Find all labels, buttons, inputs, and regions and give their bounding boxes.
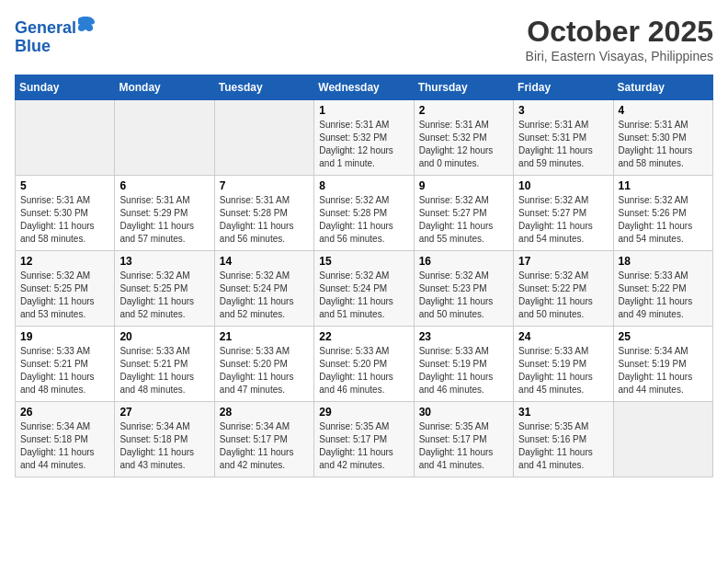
day-info: Sunrise: 5:31 AM Sunset: 5:31 PM Dayligh… <box>518 119 608 170</box>
day-info: Sunrise: 5:34 AM Sunset: 5:18 PM Dayligh… <box>20 420 109 472</box>
calendar-cell: 26Sunrise: 5:34 AM Sunset: 5:18 PM Dayli… <box>16 402 115 477</box>
day-info: Sunrise: 5:31 AM Sunset: 5:32 PM Dayligh… <box>419 119 508 170</box>
calendar-cell: 22Sunrise: 5:33 AM Sunset: 5:20 PM Dayli… <box>314 327 414 402</box>
day-number: 5 <box>20 179 109 192</box>
day-number: 30 <box>419 406 508 419</box>
logo-bird-icon <box>78 15 97 33</box>
day-number: 20 <box>119 330 209 343</box>
title-block: October 2025 Biri, Eastern Visayas, Phil… <box>526 15 713 63</box>
day-number: 14 <box>220 255 309 268</box>
calendar-cell: 15Sunrise: 5:32 AM Sunset: 5:24 PM Dayli… <box>314 251 414 327</box>
calendar-cell: 12Sunrise: 5:32 AM Sunset: 5:25 PM Dayli… <box>16 251 115 327</box>
calendar-cell: 30Sunrise: 5:35 AM Sunset: 5:17 PM Dayli… <box>414 402 513 477</box>
day-number: 19 <box>20 330 109 343</box>
weekday-header-monday: Monday <box>115 75 214 100</box>
logo: General Blue <box>15 15 97 56</box>
calendar-cell: 23Sunrise: 5:33 AM Sunset: 5:19 PM Dayli… <box>414 327 513 402</box>
calendar-cell <box>214 100 313 176</box>
day-number: 28 <box>220 406 309 419</box>
calendar-cell <box>613 402 712 477</box>
calendar-cell: 3Sunrise: 5:31 AM Sunset: 5:31 PM Daylig… <box>514 100 613 176</box>
calendar-row-0: 1Sunrise: 5:31 AM Sunset: 5:32 PM Daylig… <box>16 100 713 176</box>
day-info: Sunrise: 5:33 AM Sunset: 5:20 PM Dayligh… <box>319 345 408 396</box>
calendar-cell <box>115 100 214 176</box>
location: Biri, Eastern Visayas, Philippines <box>526 49 713 63</box>
day-number: 27 <box>119 406 209 419</box>
day-number: 7 <box>220 179 309 192</box>
weekday-header-sunday: Sunday <box>16 75 115 100</box>
day-number: 8 <box>319 179 408 192</box>
calendar-cell: 29Sunrise: 5:35 AM Sunset: 5:17 PM Dayli… <box>314 402 414 477</box>
day-info: Sunrise: 5:33 AM Sunset: 5:20 PM Dayligh… <box>220 345 309 396</box>
day-number: 17 <box>518 255 608 268</box>
calendar-cell: 13Sunrise: 5:32 AM Sunset: 5:25 PM Dayli… <box>115 251 214 327</box>
day-number: 25 <box>619 330 708 343</box>
day-info: Sunrise: 5:33 AM Sunset: 5:19 PM Dayligh… <box>419 345 508 396</box>
day-info: Sunrise: 5:32 AM Sunset: 5:23 PM Dayligh… <box>419 270 508 321</box>
calendar-row-2: 12Sunrise: 5:32 AM Sunset: 5:25 PM Dayli… <box>16 251 713 327</box>
day-info: Sunrise: 5:31 AM Sunset: 5:29 PM Dayligh… <box>119 194 209 246</box>
day-info: Sunrise: 5:31 AM Sunset: 5:28 PM Dayligh… <box>220 194 309 246</box>
day-number: 2 <box>419 104 508 117</box>
logo-line2: Blue <box>15 38 97 56</box>
day-info: Sunrise: 5:33 AM Sunset: 5:22 PM Dayligh… <box>619 270 708 321</box>
calendar-cell <box>16 100 115 176</box>
day-number: 24 <box>518 330 608 343</box>
day-number: 1 <box>319 104 408 117</box>
day-info: Sunrise: 5:32 AM Sunset: 5:27 PM Dayligh… <box>419 194 508 246</box>
day-info: Sunrise: 5:34 AM Sunset: 5:17 PM Dayligh… <box>220 420 309 472</box>
calendar-cell: 5Sunrise: 5:31 AM Sunset: 5:30 PM Daylig… <box>16 176 115 251</box>
day-number: 22 <box>319 330 408 343</box>
day-info: Sunrise: 5:32 AM Sunset: 5:22 PM Dayligh… <box>518 270 608 321</box>
day-number: 23 <box>419 330 508 343</box>
day-info: Sunrise: 5:35 AM Sunset: 5:17 PM Dayligh… <box>319 420 408 472</box>
weekday-header-friday: Friday <box>514 75 613 100</box>
weekday-header-tuesday: Tuesday <box>214 75 313 100</box>
calendar-cell: 1Sunrise: 5:31 AM Sunset: 5:32 PM Daylig… <box>314 100 414 176</box>
day-info: Sunrise: 5:35 AM Sunset: 5:17 PM Dayligh… <box>419 420 508 472</box>
calendar-cell: 28Sunrise: 5:34 AM Sunset: 5:17 PM Dayli… <box>214 402 313 477</box>
day-number: 13 <box>119 255 209 268</box>
day-info: Sunrise: 5:31 AM Sunset: 5:30 PM Dayligh… <box>20 194 109 246</box>
day-number: 26 <box>20 406 109 419</box>
calendar-cell: 14Sunrise: 5:32 AM Sunset: 5:24 PM Dayli… <box>214 251 313 327</box>
day-number: 15 <box>319 255 408 268</box>
calendar-cell: 4Sunrise: 5:31 AM Sunset: 5:30 PM Daylig… <box>613 100 712 176</box>
logo-text: General <box>15 15 97 38</box>
calendar-row-4: 26Sunrise: 5:34 AM Sunset: 5:18 PM Dayli… <box>16 402 713 477</box>
weekday-header-wednesday: Wednesday <box>314 75 414 100</box>
day-info: Sunrise: 5:32 AM Sunset: 5:25 PM Dayligh… <box>20 270 109 321</box>
day-info: Sunrise: 5:31 AM Sunset: 5:32 PM Dayligh… <box>319 119 408 170</box>
day-number: 31 <box>518 406 608 419</box>
calendar-cell: 31Sunrise: 5:35 AM Sunset: 5:16 PM Dayli… <box>514 402 613 477</box>
calendar-row-1: 5Sunrise: 5:31 AM Sunset: 5:30 PM Daylig… <box>16 176 713 251</box>
weekday-header-row: SundayMondayTuesdayWednesdayThursdayFrid… <box>16 75 713 100</box>
logo-line1: General <box>15 18 76 37</box>
weekday-header-thursday: Thursday <box>414 75 513 100</box>
calendar-cell: 11Sunrise: 5:32 AM Sunset: 5:26 PM Dayli… <box>613 176 712 251</box>
calendar-cell: 24Sunrise: 5:33 AM Sunset: 5:19 PM Dayli… <box>514 327 613 402</box>
calendar-table: SundayMondayTuesdayWednesdayThursdayFrid… <box>15 75 713 477</box>
day-number: 10 <box>518 179 608 192</box>
calendar-cell: 7Sunrise: 5:31 AM Sunset: 5:28 PM Daylig… <box>214 176 313 251</box>
calendar-cell: 21Sunrise: 5:33 AM Sunset: 5:20 PM Dayli… <box>214 327 313 402</box>
day-number: 18 <box>619 255 708 268</box>
calendar-cell: 16Sunrise: 5:32 AM Sunset: 5:23 PM Dayli… <box>414 251 513 327</box>
calendar-cell: 25Sunrise: 5:34 AM Sunset: 5:19 PM Dayli… <box>613 327 712 402</box>
calendar-cell: 9Sunrise: 5:32 AM Sunset: 5:27 PM Daylig… <box>414 176 513 251</box>
calendar-cell: 19Sunrise: 5:33 AM Sunset: 5:21 PM Dayli… <box>16 327 115 402</box>
day-number: 3 <box>518 104 608 117</box>
calendar-row-3: 19Sunrise: 5:33 AM Sunset: 5:21 PM Dayli… <box>16 327 713 402</box>
day-number: 6 <box>119 179 209 192</box>
page-header: General Blue October 2025 Biri, Eastern … <box>15 15 713 63</box>
calendar-cell: 8Sunrise: 5:32 AM Sunset: 5:28 PM Daylig… <box>314 176 414 251</box>
month-title: October 2025 <box>526 15 713 49</box>
calendar-body: 1Sunrise: 5:31 AM Sunset: 5:32 PM Daylig… <box>16 100 713 477</box>
day-info: Sunrise: 5:32 AM Sunset: 5:28 PM Dayligh… <box>319 194 408 246</box>
calendar-cell: 10Sunrise: 5:32 AM Sunset: 5:27 PM Dayli… <box>514 176 613 251</box>
day-number: 4 <box>619 104 708 117</box>
day-info: Sunrise: 5:34 AM Sunset: 5:19 PM Dayligh… <box>619 345 708 396</box>
day-number: 21 <box>220 330 309 343</box>
day-info: Sunrise: 5:34 AM Sunset: 5:18 PM Dayligh… <box>119 420 209 472</box>
weekday-header-saturday: Saturday <box>613 75 712 100</box>
